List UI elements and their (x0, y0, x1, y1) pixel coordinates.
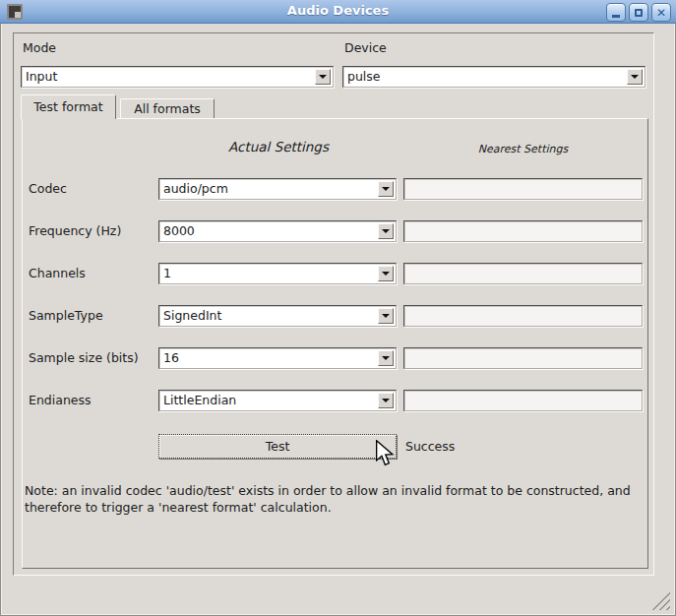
frequency-select[interactable]: 8000 (158, 220, 397, 242)
minimize-button[interactable] (606, 3, 626, 22)
frequency-label: Frequency (Hz) (29, 220, 121, 242)
audio-devices-window: Audio Devices ✕ Mode Input Device pulse … (0, 0, 676, 616)
codec-value: audio/pcm (163, 179, 374, 199)
mouse-pointer-icon (375, 440, 396, 467)
channels-nearest-field (403, 263, 643, 284)
samplesize-value: 16 (163, 348, 374, 368)
close-button[interactable]: ✕ (651, 3, 671, 22)
chevron-down-icon (382, 272, 390, 276)
frequency-nearest-field (403, 220, 643, 242)
chevron-down-icon (319, 75, 327, 79)
chevron-down-icon (382, 314, 390, 318)
codec-dropdown-button[interactable] (378, 181, 394, 197)
mode-select[interactable]: Input (21, 66, 334, 88)
maximize-icon (635, 9, 643, 17)
titlebar[interactable]: Audio Devices ✕ (0, 0, 676, 24)
chevron-down-icon (382, 229, 390, 233)
device-label: Device (344, 40, 387, 56)
frequency-dropdown-button[interactable] (378, 223, 394, 239)
chevron-down-icon (382, 356, 390, 360)
mode-label: Mode (23, 40, 56, 56)
chevron-down-icon (382, 399, 390, 402)
window-title: Audio Devices (0, 3, 676, 18)
maximize-button[interactable] (629, 3, 648, 22)
test-status: Success (405, 434, 455, 459)
codec-label: Codec (29, 178, 67, 200)
nearest-settings-heading: Nearest Settings (403, 143, 643, 155)
endianess-select[interactable]: LittleEndian (158, 390, 397, 411)
endianess-label: Endianess (29, 390, 92, 411)
mode-dropdown-button[interactable] (315, 69, 331, 85)
samplesize-label: Sample size (bits) (29, 347, 139, 369)
actual-settings-heading: Actual Settings (159, 139, 398, 154)
sampletype-label: SampleType (29, 305, 103, 327)
endianess-nearest-field (403, 390, 643, 411)
note-text: Note: an invalid codec 'audio/test' exis… (25, 482, 656, 516)
device-dropdown-button[interactable] (627, 69, 643, 85)
channels-value: 1 (163, 264, 374, 283)
chevron-down-icon (631, 75, 639, 79)
sampletype-select[interactable]: SignedInt (158, 305, 397, 327)
frequency-value: 8000 (163, 221, 374, 241)
dialog-body: Mode Input Device pulse Test format All … (0, 24, 676, 616)
mode-value: Input (26, 67, 311, 87)
test-format-panel: Actual Settings Nearest Settings Codec a… (22, 118, 648, 569)
samplesize-dropdown-button[interactable] (378, 350, 394, 366)
channels-select[interactable]: 1 (158, 263, 397, 284)
device-value: pulse (347, 67, 623, 87)
samplesize-select[interactable]: 16 (158, 347, 397, 369)
minimize-icon (612, 15, 620, 18)
test-button[interactable]: Test (158, 434, 397, 459)
samplesize-nearest-field (403, 347, 643, 369)
sampletype-nearest-field (403, 305, 643, 327)
resize-grip[interactable] (650, 590, 670, 610)
sampletype-value: SignedInt (163, 306, 374, 326)
channels-dropdown-button[interactable] (378, 266, 394, 281)
close-icon: ✕ (656, 7, 666, 19)
tab-all-formats[interactable]: All formats (120, 98, 215, 118)
codec-select[interactable]: audio/pcm (158, 178, 397, 200)
endianess-dropdown-button[interactable] (378, 393, 394, 408)
chevron-down-icon (382, 187, 390, 191)
content-frame: Mode Input Device pulse Test format All … (13, 32, 654, 576)
endianess-value: LittleEndian (163, 391, 374, 410)
sampletype-dropdown-button[interactable] (378, 308, 394, 324)
channels-label: Channels (29, 263, 86, 284)
tab-test-format[interactable]: Test format (21, 94, 116, 119)
device-select[interactable]: pulse (342, 66, 645, 88)
codec-nearest-field (403, 178, 643, 200)
